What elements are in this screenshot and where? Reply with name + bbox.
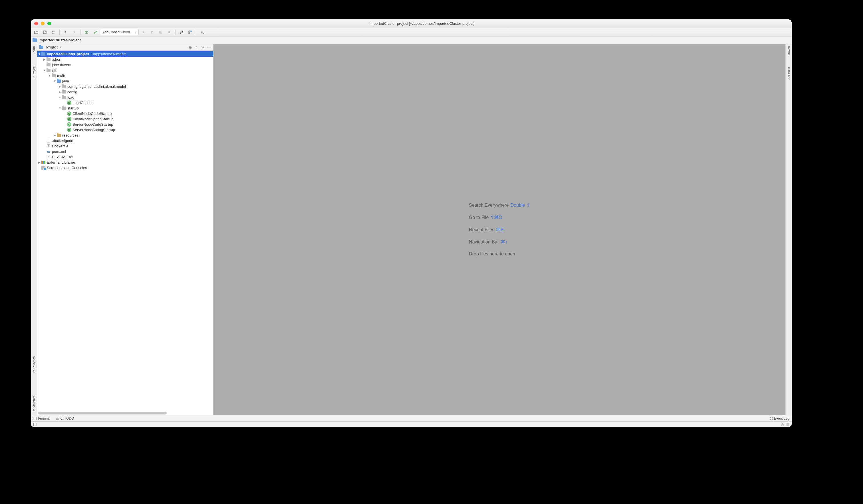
tree-folder-jdbc[interactable]: jdbc-drivers [37,62,213,67]
tree-file-dockerignore[interactable]: .dockerignore [37,138,213,143]
hint-search: Search EverywhereDouble ⇧ [469,203,530,208]
tree-folder-src[interactable]: ▼src [37,67,213,73]
java-class-icon [67,112,71,116]
toolwindows-toggle-icon[interactable] [33,423,37,426]
tree-class-servernodecode[interactable]: ServerNodeCodeStartup [37,122,213,127]
coverage-icon[interactable] [157,29,164,35]
svg-rect-2 [168,31,170,33]
bottom-tool-strip: Terminal 6: TODO Event Log [31,415,792,421]
build-icon[interactable] [83,29,90,35]
gear-icon[interactable]: ✲ [201,45,205,50]
debug-icon[interactable] [148,29,156,35]
svg-point-8 [770,417,773,420]
locate-icon[interactable]: ⊕ [188,45,192,50]
text-file-icon [47,139,50,143]
minimize-window-button[interactable] [41,22,45,25]
editor-hints: Search EverywhereDouble ⇧ Go to File⇧⌘O … [469,203,530,257]
inspections-icon[interactable] [787,423,789,426]
zoom-window-button[interactable] [47,22,51,25]
tree-package-model[interactable]: ▶com.gridgain.chaudhri.akmal.model [37,84,213,89]
hammer-icon[interactable] [91,29,99,35]
structure-tool-button[interactable]: 7: Structure [32,396,36,412]
run-icon[interactable] [140,29,147,35]
hint-recent: Recent Files⌘E [469,227,530,232]
toolbar-separator [196,29,196,35]
titlebar: ImportedCluster-project [~/apps/demos/Im… [31,20,792,28]
tree-file-pom[interactable]: mpom.xml [37,149,213,154]
terminal-tool-button[interactable]: Terminal [33,416,50,421]
event-log-button[interactable]: Event Log [770,416,789,421]
tree-package-load[interactable]: ▼load [37,95,213,100]
tree-folder-main[interactable]: ▼main [37,73,213,78]
window-controls [34,22,51,25]
tree-root[interactable]: ▼ ImportedCluster-project ~/apps/demos/I… [37,51,213,57]
svg-rect-10 [34,423,34,426]
tree-folder-resources[interactable]: ▶resources [37,132,213,138]
project-tree[interactable]: ▼ ImportedCluster-project ~/apps/demos/I… [37,51,213,415]
project-structure-icon[interactable] [186,29,194,35]
tree-package-config[interactable]: ▶config [37,89,213,95]
project-view-title[interactable]: Project [46,45,58,49]
navigation-bar[interactable]: ImportedCluster-project [31,37,792,44]
open-file-icon[interactable] [33,29,40,35]
text-file-icon [47,155,50,159]
lock-icon[interactable] [781,423,784,426]
hint-nav: Navigation Bar⌘↑ [469,239,530,245]
hide-panel-icon[interactable]: — [207,45,212,50]
status-bar [31,421,792,427]
module-icon [41,52,46,56]
svg-point-6 [201,31,203,33]
sync-icon[interactable] [50,29,57,35]
back-icon[interactable] [62,29,69,35]
run-config-dropdown[interactable]: Add Configuration... [100,29,139,35]
toolbar-separator [80,29,80,35]
libraries-icon [41,161,45,164]
svg-rect-0 [85,31,88,33]
tree-scratches[interactable]: Scratches and Consoles [37,165,213,170]
forward-icon[interactable] [71,29,78,35]
module-icon [33,38,37,42]
right-tool-strip: Maven Ant Build [785,44,792,415]
tree-folder-idea[interactable]: ▶.idea [37,57,213,62]
stop-icon[interactable] [165,29,173,35]
horizontal-scrollbar[interactable] [38,412,167,414]
tree-class-clientnodespring[interactable]: ClientNodeSpringStartup [37,116,213,122]
collapse-all-icon[interactable]: ÷ [195,45,199,50]
svg-rect-3 [189,31,190,32]
svg-rect-7 [33,417,37,420]
save-all-icon[interactable] [41,29,49,35]
tree-class-clientnodecode[interactable]: ClientNodeCodeStartup [37,111,213,116]
learn-tool-button[interactable]: Learn [32,46,36,54]
close-window-button[interactable] [34,22,38,25]
tree-folder-java[interactable]: ▼java [37,78,213,84]
java-class-icon [67,128,71,132]
breadcrumb-root[interactable]: ImportedCluster-project [38,38,81,42]
tree-external-libraries[interactable]: ▶External Libraries [37,160,213,165]
tree-class-servernodespring[interactable]: ServerNodeSpringStartup [37,127,213,132]
java-class-icon [67,122,71,127]
java-class-icon [67,101,71,105]
left-tool-strip: Learn 1: Project 2: Favorites 7: Structu… [31,44,37,415]
tree-file-readme[interactable]: README.txt [37,154,213,160]
tree-file-dockerfile[interactable]: Dockerfile [37,143,213,149]
ant-tool-button[interactable]: Ant Build [787,67,790,79]
toolbar-separator [59,29,60,35]
wrench-icon[interactable] [178,29,185,35]
expand-arrow-icon[interactable]: ▼ [38,52,41,55]
hint-drop: Drop files here to open [469,251,530,257]
window-title: ImportedCluster-project [~/apps/demos/Im… [55,21,788,26]
editor-empty-area[interactable]: Search EverywhereDouble ⇧ Go to File⇧⌘O … [213,44,785,415]
todo-tool-button[interactable]: 6: TODO [56,416,74,421]
search-icon[interactable] [199,29,206,35]
favorites-tool-button[interactable]: 2: Favorites [32,356,36,373]
java-class-icon [67,117,71,121]
svg-rect-4 [190,31,191,32]
tree-class-loadcaches[interactable]: LoadCaches [37,100,213,105]
svg-rect-11 [781,425,784,426]
tree-package-startup[interactable]: ▼startup [37,105,213,111]
maven-icon: m [47,150,50,154]
tree-root-path: ~/apps/demos/Import [91,52,126,56]
project-tool-button[interactable]: 1: Project [32,66,36,79]
maven-tool-button[interactable]: Maven [787,46,790,55]
hint-goto: Go to File⇧⌘O [469,215,530,220]
